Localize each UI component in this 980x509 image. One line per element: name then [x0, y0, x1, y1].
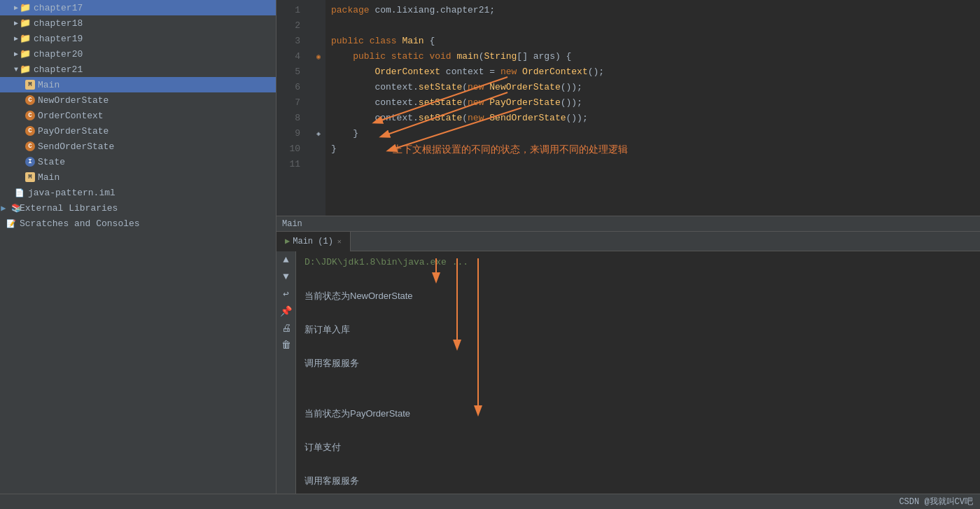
sidebar-item-external-libraries[interactable]: ▶ 📚 External Libraries — [0, 200, 276, 216]
sidebar-item-send-order-state[interactable]: C SendOrderState — [0, 139, 276, 154]
sidebar-item-label: chapter18 — [34, 18, 83, 29]
status-text: CSDN @我就叫CV吧 — [899, 496, 973, 508]
output-pay-order-2: 调用客服服务 — [304, 473, 972, 489]
editor-area: 1 2 ▶3 ▶4 5 6 7 8 9 10 1 — [276, 0, 980, 231]
code-line-9: } — [331, 126, 980, 141]
breadcrumb-text: Main — [282, 219, 302, 229]
sidebar-item-label: chapter19 — [34, 34, 83, 44]
run-tab-label: Main (1) — [293, 237, 333, 246]
folder-icon: 📁 — [20, 48, 31, 60]
arrow-icon: ▶ — [14, 4, 18, 12]
sidebar-item-main2[interactable]: M Main — [0, 169, 276, 185]
sidebar-item-chapter21[interactable]: ▼ 📁 chapter21 — [0, 62, 276, 77]
code-line-10: } 上下文根据设置的不同的状态，来调用不同的处理逻辑 — [331, 141, 980, 157]
sidebar: ▶ 📁 chapter17 ▶ 📁 chapter18 ▶ 📁 chapter1… — [0, 0, 276, 494]
sidebar-item-label: chapter20 — [34, 49, 83, 60]
output-line-cmd: D:\JDK\jdk1.8\bin\java.exe ... — [304, 254, 972, 271]
status-bar: CSDN @我就叫CV吧 — [0, 494, 980, 509]
line-numbers: 1 2 ▶3 ▶4 5 6 7 8 9 10 1 — [276, 0, 312, 216]
code-line-6: context.setState(new NewOrderState()); — [331, 80, 980, 95]
tab-close-button[interactable]: ✕ — [337, 237, 342, 246]
output-new-order-1: 新订单入库 — [304, 321, 972, 338]
iml-icon: 📄 — [14, 187, 25, 198]
code-line-5: OrderContext context = new OrderContext(… — [331, 64, 980, 80]
sidebar-item-label: PayOrderState — [38, 126, 108, 137]
scratches-icon: 📝 — [6, 218, 17, 229]
java-class-icon: C — [25, 141, 35, 151]
java-class-icon: C — [25, 111, 35, 120]
arrow-icon: ▶ — [14, 34, 18, 43]
line-num-3: ▶3 — [276, 34, 304, 49]
line-num-5: 5 — [276, 64, 304, 80]
clear-button[interactable]: 🗑 — [279, 340, 293, 351]
arrow-icon: ▶ — [14, 19, 18, 27]
output-section-2: 当前状态为PayOrderState — [304, 405, 972, 422]
java-main-icon: M — [25, 80, 35, 90]
code-line-4: public static void main(String[] args) { — [331, 49, 980, 64]
file-breadcrumb: Main — [276, 216, 980, 231]
sidebar-item-state[interactable]: I State — [0, 154, 276, 169]
sidebar-item-label: SendOrderState — [38, 141, 114, 152]
output-new-order-2: 调用客服服务 — [304, 355, 972, 372]
pin-button[interactable]: 📌 — [279, 305, 293, 317]
sidebar-item-chapter18[interactable]: ▶ 📁 chapter18 — [0, 15, 276, 31]
scroll-down-button[interactable]: ▼ — [279, 271, 293, 282]
print-button[interactable]: 🖨 — [279, 323, 293, 334]
sidebar-item-label: NewOrderState — [38, 95, 108, 106]
sidebar-item-java-pattern-iml[interactable]: 📄 java-pattern.iml — [0, 185, 276, 200]
sidebar-item-label: OrderContext — [38, 111, 104, 121]
line-num-1: 1 — [276, 3, 304, 18]
bracket-icon: ◈ — [316, 130, 321, 138]
line-num-10: 10 — [276, 141, 304, 157]
folder-icon: 📁 — [20, 2, 31, 13]
sidebar-item-chapter19[interactable]: ▶ 📁 chapter19 — [0, 31, 276, 46]
sidebar-item-label: java-pattern.iml — [28, 188, 115, 198]
bottom-tabs: ▶ Main (1) ✕ — [276, 232, 980, 251]
run-tab[interactable]: ▶ Main (1) ✕ — [276, 232, 351, 251]
breakpoint-icon: ◉ — [316, 53, 321, 61]
sidebar-item-scratches[interactable]: 📝 Scratches and Consoles — [0, 216, 276, 231]
sidebar-item-label: External Libraries — [20, 203, 118, 214]
folder-icon: 📁 — [20, 64, 31, 75]
java-interface-icon: I — [25, 157, 35, 167]
sidebar-item-label: State — [38, 157, 65, 167]
code-line-1: package com.lixiang.chapter21; — [331, 3, 980, 18]
line-num-7: 7 — [276, 95, 304, 111]
sidebar-item-label: chapter17 — [34, 3, 83, 13]
libs-icon: ▶ 📚 — [6, 202, 17, 214]
sidebar-item-main[interactable]: M Main — [0, 77, 276, 92]
folder-icon: 📁 — [20, 18, 31, 29]
code-line-3: public class Main { — [331, 34, 980, 49]
sidebar-item-chapter20[interactable]: ▶ 📁 chapter20 — [0, 46, 276, 62]
arrow-icon: ▼ — [14, 66, 18, 74]
code-line-2 — [331, 18, 980, 34]
gutter: ◉ ◈ — [312, 0, 326, 216]
line-num-8: 8 — [276, 111, 304, 126]
scroll-up-button[interactable]: ▲ — [279, 254, 293, 265]
sidebar-item-label: Main — [38, 172, 59, 183]
sidebar-item-new-order-state[interactable]: C NewOrderState — [0, 92, 276, 108]
run-icon: ▶ — [285, 236, 290, 246]
wrap-button[interactable]: ↩ — [279, 288, 293, 300]
output-pay-order-1: 订单支付 — [304, 439, 972, 456]
output-section-1: 当前状态为NewOrderState — [304, 288, 972, 305]
code-line-11 — [331, 157, 980, 172]
java-main-icon: M — [25, 172, 35, 182]
folder-icon: 📁 — [20, 33, 31, 44]
sidebar-item-pay-order-state[interactable]: C PayOrderState — [0, 123, 276, 139]
java-class-icon: C — [25, 126, 35, 136]
sidebar-item-label: Scratches and Consoles — [20, 218, 140, 229]
sidebar-item-label: Main — [38, 80, 59, 90]
sidebar-item-order-context[interactable]: C OrderContext — [0, 108, 276, 123]
line-num-6: 6 — [276, 80, 304, 95]
line-num-9: 9 — [276, 126, 304, 141]
code-annotation: 上下文根据设置的不同的状态，来调用不同的处理逻辑 — [393, 141, 628, 157]
side-controls: ▲ ▼ ↩ 📌 🖨 🗑 — [276, 251, 296, 494]
arrow-icon: ▶ — [14, 50, 18, 58]
sidebar-item-label: chapter21 — [34, 64, 83, 75]
code-lines[interactable]: package com.lixiang.chapter21; public cl… — [326, 0, 980, 216]
output-text: D:\JDK\jdk1.8\bin\java.exe ... 当前状态为NewO… — [296, 251, 980, 494]
code-line-7: context.setState(new PayOrderState()); — [331, 95, 980, 111]
sidebar-item-chapter17[interactable]: ▶ 📁 chapter17 — [0, 0, 276, 15]
code-line-8: context.setState(new SendOrderState()); — [331, 111, 980, 126]
